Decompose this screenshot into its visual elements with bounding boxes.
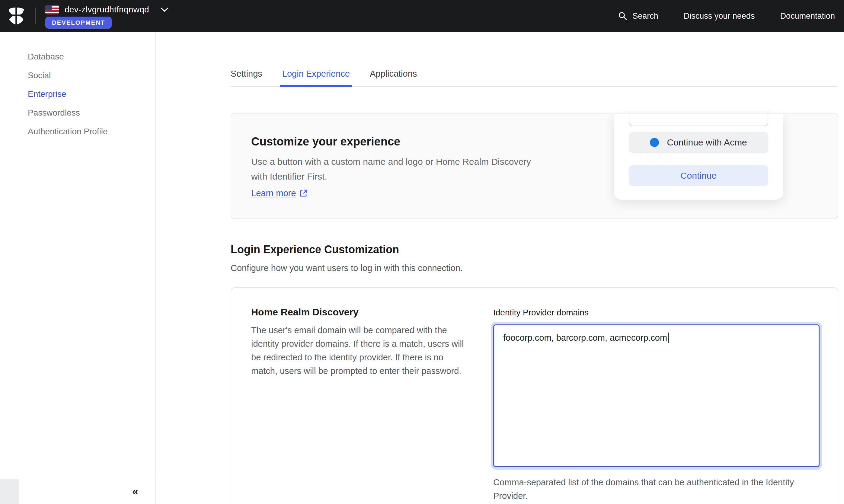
documentation-link[interactable]: Documentation xyxy=(780,12,835,21)
customize-experience-banner: Customize your experience Use a button w… xyxy=(231,113,838,219)
search-button[interactable]: Search xyxy=(618,11,658,21)
identity-provider-domains-textarea[interactable]: foocorp.com, barcorp.com, acmecorp.com xyxy=(493,324,820,467)
topbar: dev-zlvgrudhtfnqnwqd DEVELOPMENT Search … xyxy=(0,0,844,32)
sidebar-corner-panel xyxy=(0,479,19,504)
discuss-your-needs-link[interactable]: Discuss your needs xyxy=(684,12,755,21)
sidebar-item-authentication-profile[interactable]: Authentication Profile xyxy=(0,122,155,141)
tenant-name: dev-zlvgrudhtfnqnwqd xyxy=(65,5,149,15)
search-icon xyxy=(618,11,628,21)
us-flag-icon xyxy=(45,5,59,15)
preview-provider-button: Continue with Acme xyxy=(629,132,768,153)
learn-more-link[interactable]: Learn more xyxy=(251,188,308,198)
sidebar-item-social[interactable]: Social xyxy=(0,66,155,85)
tab-settings[interactable]: Settings xyxy=(231,61,262,86)
tenant-switcher[interactable]: dev-zlvgrudhtfnqnwqd DEVELOPMENT xyxy=(45,5,169,29)
topbar-divider xyxy=(35,7,36,24)
identity-provider-domains-label: Identity Provider domains xyxy=(493,308,589,318)
sidebar-footer: « xyxy=(4,479,155,504)
banner-title: Customize your experience xyxy=(251,135,400,148)
collapse-sidebar-button[interactable]: « xyxy=(132,485,138,498)
text-caret xyxy=(668,332,669,343)
domains-value: foocorp.com, barcorp.com, acmecorp.com xyxy=(503,333,667,343)
hrd-description: The user's email domain will be compared… xyxy=(251,324,468,378)
banner-description: Use a button with a custom name and logo… xyxy=(251,154,538,184)
sidebar: Getting Started Activity Applications Au… xyxy=(0,32,156,504)
sidebar-item-enterprise[interactable]: Enterprise xyxy=(0,85,155,104)
search-label: Search xyxy=(632,12,658,21)
tab-bar: Settings Login Experience Applications xyxy=(231,61,838,87)
login-preview-panel: Continue with Acme Continue xyxy=(614,113,783,200)
domains-helper-text: Comma-separated list of the domains that… xyxy=(493,475,821,503)
preview-email-input xyxy=(629,113,768,126)
tab-applications[interactable]: Applications xyxy=(370,61,417,86)
preview-continue-button: Continue xyxy=(629,165,768,186)
sidebar-nav: Getting Started Activity Applications Au… xyxy=(0,32,155,141)
tab-login-experience[interactable]: Login Experience xyxy=(282,61,350,86)
page-section-title: Login Experience Customization xyxy=(231,243,399,256)
auth0-logo-icon[interactable] xyxy=(8,7,25,25)
external-link-icon xyxy=(300,189,308,197)
page-section-subtitle: Configure how you want users to log in w… xyxy=(231,263,463,273)
home-realm-discovery-card: Home Realm Discovery The user's email do… xyxy=(231,287,838,504)
sidebar-item-passwordless[interactable]: Passwordless xyxy=(0,104,155,122)
main-content: Settings Login Experience Applications C… xyxy=(156,32,844,504)
environment-badge: DEVELOPMENT xyxy=(45,17,112,29)
sidebar-item-database[interactable]: Database xyxy=(0,48,155,66)
provider-logo-icon xyxy=(650,138,659,147)
chevron-down-icon xyxy=(160,7,169,13)
hrd-heading: Home Realm Discovery xyxy=(251,307,359,318)
